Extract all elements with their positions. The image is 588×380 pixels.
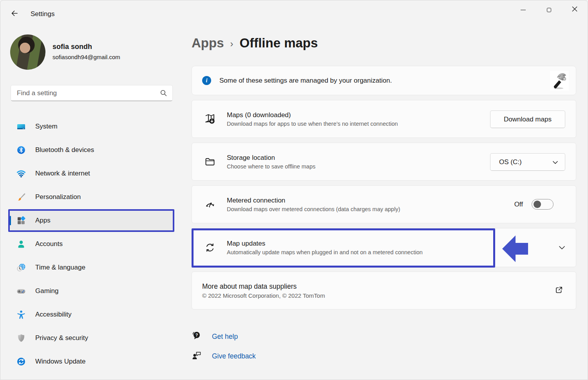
maximize-button[interactable] [536, 0, 562, 19]
organization-banner-text: Some of these settings are managed by yo… [219, 77, 550, 85]
suppliers-card-copyright: © 2022 Microsoft Corporation, © 2022 Tom… [202, 292, 576, 299]
sidebar-item-label: Privacy & security [35, 334, 88, 342]
sidebar-item-apps[interactable]: Apps [10, 211, 173, 230]
sidebar-item-network[interactable]: Network & internet [10, 164, 173, 183]
bluetooth-icon [16, 145, 26, 155]
apps-icon [16, 216, 26, 225]
maps-card: Maps (0 downloaded) Download maps for ap… [192, 100, 576, 138]
map-updates-card-title: Map updates [227, 240, 576, 248]
metered-connection-card: Metered connection Download maps over me… [192, 185, 576, 223]
sidebar-item-label: Network & internet [35, 170, 90, 177]
sidebar-item-label: Apps [35, 217, 51, 224]
map-updates-card-subtitle: Automatically update maps when plugged i… [227, 249, 576, 255]
sidebar-item-label: Time & language [35, 264, 85, 271]
sidebar-item-label: Accounts [35, 240, 63, 248]
hammer-icon [550, 71, 569, 90]
external-link-icon [555, 286, 563, 296]
profile-name: sofia sondh [52, 43, 92, 51]
storage-location-card: Storage location Choose where to save of… [192, 143, 576, 181]
breadcrumb: Apps › Offline maps [192, 36, 318, 51]
sidebar-item-personalization[interactable]: Personalization [10, 187, 173, 207]
metered-toggle-group: Off [514, 186, 554, 223]
metered-gauge-icon [204, 199, 216, 210]
storage-location-dropdown[interactable]: OS (C:) [490, 153, 565, 171]
minimize-button[interactable] [510, 0, 536, 19]
sidebar-item-label: Personalization [35, 193, 81, 201]
time-language-icon [16, 263, 26, 272]
toggle-knob [534, 201, 541, 208]
metered-toggle-label: Off [514, 201, 523, 208]
back-arrow-icon [11, 9, 18, 19]
sidebar-item-accounts[interactable]: Accounts [10, 234, 173, 254]
feedback-person-icon [192, 350, 202, 362]
sidebar-item-time-language[interactable]: Time & language [10, 258, 173, 277]
give-feedback-link[interactable]: Give feedback [212, 352, 256, 360]
map-updates-card[interactable]: Map updates Automatically update maps wh… [192, 228, 576, 267]
storage-dropdown-value: OS (C:) [499, 158, 522, 166]
maps-download-icon [204, 113, 216, 125]
breadcrumb-apps[interactable]: Apps [192, 36, 224, 51]
sync-icon [204, 242, 216, 253]
accessibility-icon [16, 310, 26, 319]
chevron-down-icon [559, 244, 565, 251]
download-maps-button[interactable]: Download maps [490, 110, 565, 128]
chevron-down-icon [553, 158, 558, 166]
svg-text:?: ? [195, 333, 198, 337]
back-button[interactable] [7, 7, 22, 21]
organization-banner: i Some of these settings are managed by … [192, 66, 576, 95]
privacy-shield-icon [16, 333, 26, 343]
info-icon: i [202, 76, 211, 85]
minimize-icon [521, 10, 526, 10]
maximize-icon [547, 8, 551, 12]
search-icon [160, 90, 167, 96]
map-updates-card-text: Map updates Automatically update maps wh… [227, 240, 576, 255]
search-input[interactable] [11, 89, 160, 97]
get-help-link[interactable]: Get help [212, 333, 238, 341]
sidebar-item-gaming[interactable]: Gaming [10, 281, 173, 301]
map-data-suppliers-card: More about map data suppliers © 2022 Mic… [192, 271, 576, 309]
window-title: Settings [31, 10, 54, 18]
close-icon [572, 6, 577, 13]
network-icon [16, 169, 26, 178]
sidebar-nav: System Bluetooth & devices Network & int… [10, 117, 173, 375]
accounts-icon [16, 239, 26, 249]
system-icon [16, 122, 26, 131]
settings-window: { "window": { "title": "Settings" }, "pr… [0, 0, 588, 380]
avatar[interactable] [10, 34, 45, 70]
gaming-icon [16, 286, 26, 296]
sidebar-item-accessibility[interactable]: Accessibility [10, 305, 173, 324]
sidebar-item-bluetooth[interactable]: Bluetooth & devices [10, 140, 173, 160]
folder-icon [204, 156, 216, 168]
personalization-icon [16, 192, 26, 202]
breadcrumb-chevron-icon: › [230, 37, 233, 49]
give-feedback-row: Give feedback [192, 350, 256, 362]
sidebar-item-label: System [35, 123, 58, 130]
map-updates-expander[interactable] [559, 228, 565, 267]
window-controls [510, 0, 588, 19]
external-link-button[interactable] [555, 272, 563, 309]
suppliers-card-title: More about map data suppliers [202, 282, 576, 291]
windows-update-icon [16, 357, 26, 366]
search-box [11, 85, 173, 101]
suppliers-card-text: More about map data suppliers © 2022 Mic… [202, 282, 576, 299]
profile-email: sofiasondh94@gmail.com [52, 54, 120, 60]
sidebar-item-windows-update[interactable]: Windows Update [10, 352, 173, 371]
get-help-row: ? Get help [192, 331, 238, 342]
sidebar-item-label: Windows Update [35, 358, 86, 366]
sidebar-item-system[interactable]: System [10, 117, 173, 136]
sidebar-item-privacy[interactable]: Privacy & security [10, 328, 173, 348]
help-bubble-icon: ? [192, 331, 202, 342]
page-title: Offline maps [240, 36, 318, 51]
metered-toggle[interactable] [532, 199, 554, 210]
sidebar-item-label: Gaming [35, 287, 59, 295]
sidebar-item-label: Accessibility [35, 311, 72, 318]
sidebar-item-label: Bluetooth & devices [35, 146, 94, 154]
selected-accent-bar [10, 216, 11, 225]
close-button[interactable] [562, 0, 588, 19]
